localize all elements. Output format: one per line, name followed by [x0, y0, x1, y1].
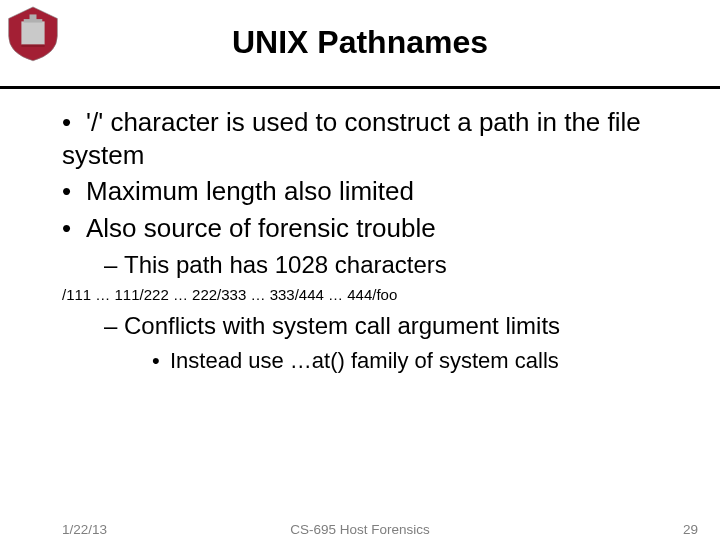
bullet-dash-icon: – — [104, 250, 124, 280]
footer-course: CS-695 Host Forensics — [0, 522, 720, 537]
bullet-dash-icon: – — [104, 311, 124, 341]
title-divider — [0, 86, 720, 89]
bullet-level1: •'/' character is used to construct a pa… — [62, 106, 680, 171]
svg-rect-2 — [30, 14, 37, 20]
bullet-dot-icon: • — [62, 175, 86, 208]
path-example: /111 … 111/222 … 222/333 … 333/444 … 444… — [62, 286, 680, 303]
bullet-level1: •Maximum length also limited — [62, 175, 680, 208]
bullet-dot-icon: • — [152, 347, 170, 375]
bullet-text: Conflicts with system call argument limi… — [124, 312, 560, 339]
bullet-dot-icon: • — [62, 106, 86, 139]
footer-page-number: 29 — [683, 522, 698, 537]
bullet-level1: •Also source of forensic trouble — [62, 212, 680, 245]
bullet-text: Also source of forensic trouble — [86, 213, 436, 243]
bullet-text: '/' character is used to construct a pat… — [62, 107, 641, 170]
slide: UNIX Pathnames •'/' character is used to… — [0, 0, 720, 540]
bullet-level2: –Conflicts with system call argument lim… — [104, 311, 680, 341]
bullet-level2: –This path has 1028 characters — [104, 250, 680, 280]
bullet-text: This path has 1028 characters — [124, 251, 447, 278]
bullet-dot-icon: • — [62, 212, 86, 245]
slide-title: UNIX Pathnames — [0, 24, 720, 61]
bullet-text: Instead use …at() family of system calls — [170, 348, 559, 373]
slide-content: •'/' character is used to construct a pa… — [62, 106, 680, 375]
bullet-level3: •Instead use …at() family of system call… — [152, 347, 680, 375]
bullet-text: Maximum length also limited — [86, 176, 414, 206]
